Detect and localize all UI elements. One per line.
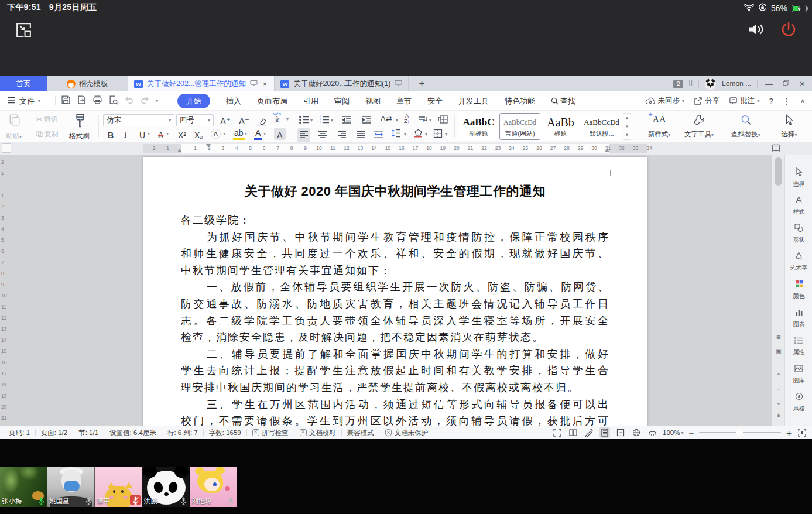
panel-item-风格[interactable]: 风格 <box>785 392 812 413</box>
menu-item-安全[interactable]: 安全 <box>427 96 443 107</box>
menu-item-审阅[interactable]: 审阅 <box>334 96 350 107</box>
menu-item-页面布局[interactable]: 页面布局 <box>257 96 287 107</box>
font-color-button[interactable]: A <box>254 128 262 140</box>
panel-item-图库[interactable]: 图库 <box>785 364 812 385</box>
insert-frame-button[interactable] <box>438 115 448 126</box>
bold-button[interactable]: B <box>107 128 115 140</box>
panel-item-形状[interactable]: 形状 <box>785 224 812 244</box>
page-view-icon[interactable] <box>599 427 610 438</box>
power-button[interactable] <box>780 21 797 41</box>
export-button[interactable] <box>77 95 87 107</box>
paragraph-marks-button[interactable] <box>418 115 428 126</box>
align-right-button[interactable] <box>337 130 347 141</box>
subscript-button[interactable]: X₂ <box>193 128 204 140</box>
web-view-icon[interactable] <box>631 427 642 438</box>
copy-button[interactable]: 复制 <box>36 130 58 139</box>
text-tool-button[interactable]: 文字工具▾ <box>678 113 720 140</box>
file-menu[interactable]: 文件 ▾ <box>7 91 40 111</box>
clear-format-icon[interactable] <box>256 114 268 126</box>
tab-docer-templates[interactable]: 稻壳模板 <box>47 76 128 91</box>
menu-item-插入[interactable]: 插入 <box>226 96 241 107</box>
quickbar-dropdown-icon[interactable]: ▾ <box>156 98 158 104</box>
new-tab-button[interactable]: + <box>409 76 434 91</box>
menu-item-查找[interactable]: 查找 <box>551 96 575 107</box>
page-down-icon[interactable]: ⇟ <box>772 412 785 419</box>
style-默认段...[interactable]: AaBbCcDd默认段... <box>581 113 622 140</box>
proofread-toggle[interactable]: 文档校对 <box>294 429 341 437</box>
find-replace-button[interactable]: 查找替换▾ <box>725 113 767 140</box>
restore-window-icon[interactable] <box>780 79 792 88</box>
account-avatar[interactable] <box>705 78 716 90</box>
participant-洪鹏[interactable]: 洪鹏 <box>142 467 190 507</box>
format-painter-label[interactable]: 格式刷 <box>69 132 90 141</box>
panel-item-样式[interactable]: 样式 <box>785 196 812 216</box>
close-tab-icon[interactable]: × <box>262 80 269 88</box>
scroll-box-icon[interactable]: ▣ <box>772 348 785 354</box>
previous-page-icon[interactable]: ⌃ <box>772 372 785 379</box>
speaker-icon[interactable] <box>748 23 764 38</box>
panel-item-艺术字[interactable]: 艺术字 <box>785 252 812 272</box>
distribute-button[interactable] <box>374 130 384 141</box>
increase-indent-button[interactable] <box>362 115 372 126</box>
zoom-level[interactable]: 100%▾ <box>663 429 683 436</box>
redo-button[interactable] <box>140 95 150 107</box>
sync-status[interactable]: 未同步▾ <box>645 96 685 106</box>
scroll-menu-icon[interactable]: ≣ <box>772 334 785 340</box>
numbered-list-button[interactable] <box>320 115 330 126</box>
participant-谭平[interactable]: 谭平 <box>95 467 142 507</box>
italic-button[interactable]: I <box>123 128 128 140</box>
participant-张小梅[interactable]: 张小梅 <box>0 467 47 507</box>
style-副标题[interactable]: AaBbC副标题 <box>458 113 499 140</box>
menu-item-开发工具[interactable]: 开发工具 <box>458 96 489 107</box>
cut-button[interactable]: ✂ 剪切 <box>36 115 57 124</box>
menu-item-引用[interactable]: 引用 <box>303 96 318 107</box>
tab-document-active[interactable]: W 关于做好202...管理工作的通知 × <box>128 76 275 91</box>
collapse-ribbon-icon[interactable]: ∧ <box>800 97 805 105</box>
minimize-window-icon[interactable]: — <box>763 80 775 88</box>
justify-button[interactable] <box>356 130 365 141</box>
eye-protection-icon[interactable] <box>647 427 657 438</box>
comment-button[interactable]: 批注▾ <box>729 96 759 106</box>
tab-stop-selector[interactable] <box>2 143 11 153</box>
participant-刘艳玲[interactable]: 刘艳玲 <box>190 467 237 507</box>
strikethrough-button[interactable]: A <box>157 128 165 140</box>
paste-button[interactable] <box>8 114 21 129</box>
open-docs-badge[interactable]: 2 <box>673 80 683 88</box>
text-direction-button[interactable]: A⇄ <box>381 114 392 123</box>
share-button[interactable]: 分享 <box>694 96 720 106</box>
help-button[interactable]: ? <box>769 97 773 106</box>
new-style-button[interactable]: AA✳ 新样式▾ <box>638 113 680 140</box>
book-view-icon[interactable] <box>568 427 578 438</box>
panel-item-图表[interactable]: 图表 <box>785 308 812 328</box>
line-spacing-button[interactable] <box>391 129 401 140</box>
ruler-book-icon[interactable] <box>772 144 780 155</box>
more-menu-icon[interactable]: ⋮ <box>783 97 791 106</box>
vertical-scrollbar[interactable]: ≣ ▣ ⌃ ▫ ⌄ ⇟ <box>772 155 784 426</box>
font-size-select[interactable]: 四号▾ <box>176 114 214 126</box>
font-name-select[interactable]: 仿宋▾ <box>103 114 174 126</box>
panel-item-选择[interactable]: 选择 <box>785 167 812 189</box>
close-window-icon[interactable]: ✕ <box>797 80 807 88</box>
underline-button[interactable]: U <box>138 128 146 140</box>
tab-home[interactable]: 首页 <box>0 76 47 91</box>
panel-item-颜色[interactable]: 颜色 <box>785 280 812 300</box>
participant-姚国星[interactable]: 姚国星 <box>47 467 95 507</box>
sort-button[interactable]: AZ↓ <box>404 114 410 124</box>
highlight-color-button[interactable]: ab <box>233 128 245 140</box>
zoom-slider[interactable] <box>699 432 781 433</box>
select-tool-button[interactable]: 选择▾ <box>768 113 810 140</box>
menu-item-开始[interactable]: 开始 <box>177 94 210 108</box>
character-shading-button[interactable]: A <box>274 128 286 140</box>
pinyin-guide-button[interactable]: wén 文 <box>272 112 282 124</box>
shrink-screen-button[interactable] <box>15 21 33 42</box>
borders-button[interactable] <box>433 129 443 141</box>
panel-item-属性[interactable]: 属性 <box>785 336 812 357</box>
outline-view-icon[interactable] <box>615 427 626 438</box>
right-indent-marker[interactable] <box>605 149 609 152</box>
spell-check-toggle[interactable]: 拼写检查 <box>247 429 294 437</box>
style-标题[interactable]: AaBb标题 <box>540 113 581 140</box>
bullet-list-button[interactable] <box>299 115 309 126</box>
tab-list-icon[interactable] <box>689 79 693 88</box>
decrease-indent-button[interactable] <box>342 115 352 126</box>
print-button[interactable] <box>92 95 102 107</box>
